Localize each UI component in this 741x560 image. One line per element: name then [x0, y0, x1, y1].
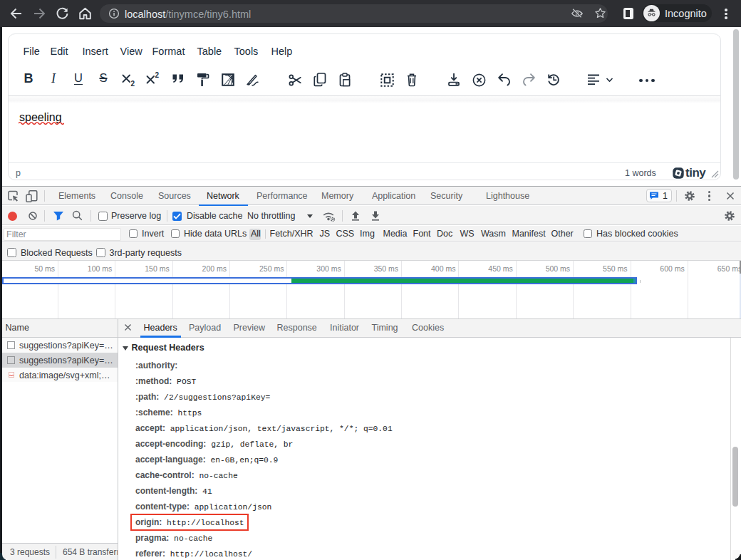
svg-text:2: 2 — [131, 80, 135, 87]
svg-text:2: 2 — [155, 72, 160, 79]
